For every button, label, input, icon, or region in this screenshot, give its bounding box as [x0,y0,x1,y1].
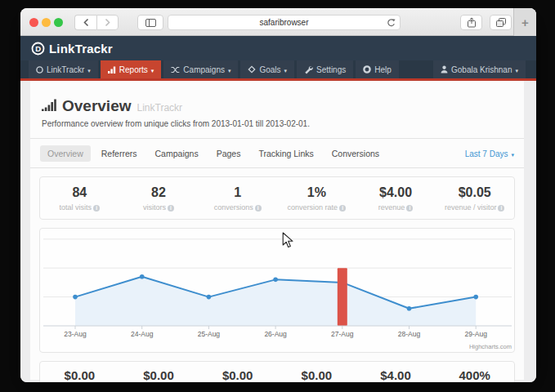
tabs-overview-icon [496,18,506,27]
nav-item-goals[interactable]: Goals ▾ [240,60,294,78]
stat-value: 1 [198,185,277,200]
svg-text:23-Aug: 23-Aug [64,330,87,338]
stat-revenue-per-visitor: $0.05 revenue / visitori [435,185,514,212]
share-button[interactable] [460,15,482,30]
stat-label: visitors [143,203,166,212]
caret-down-icon: ▾ [228,68,231,74]
caret-down-icon: ▾ [515,68,518,74]
stat-value: 82 [119,185,199,200]
stat-label: revenue [378,203,405,212]
nav-label: Goals [259,65,280,74]
goal-diamond-icon [248,65,256,74]
nav-label: Settings [316,65,346,74]
tab-pages[interactable]: Pages [209,145,248,162]
nav-label: Help [374,65,392,74]
stat-total-visits: 84 total visitsi [40,185,119,212]
svg-text:27-Aug: 27-Aug [331,330,354,338]
nav-item-help[interactable]: Help [356,60,399,78]
reload-icon [387,18,396,28]
sidebar-icon [145,19,156,27]
page-background: Overview LinkTrackr Performance overview… [20,81,536,382]
info-icon[interactable]: i [339,205,346,212]
svg-text:24-Aug: 24-Aug [131,330,154,338]
nav-label: Campaigns [183,65,225,74]
wrench-icon [304,65,313,74]
plus-icon: + [521,16,529,29]
tab-conversions[interactable]: Conversions [324,145,387,162]
stat-label: total visits [60,203,92,212]
stat-value: 1% [277,185,356,200]
linktrackr-mark-icon [36,66,43,74]
overview-chart[interactable]: 23-Aug24-Aug25-Aug26-Aug27-Aug28-Aug29-A… [40,229,515,352]
close-window-button[interactable] [29,18,38,27]
stats-panel-top: 84 total visitsi 82 visitorsi 1 conversi… [39,176,515,220]
url-text: safaribrowser [259,18,308,27]
caret-down-icon: ▾ [151,68,154,74]
reload-button[interactable] [387,18,396,29]
caret-down-icon: ▾ [87,68,91,74]
date-range-selector[interactable]: Last 7 Days ▾ [465,149,514,158]
page-title: Overview [62,97,132,115]
nav-label: LinkTrackr [47,65,84,74]
nav-spacer [401,60,433,78]
forward-button[interactable] [96,15,119,30]
stat-value: $4.00 [356,368,436,382]
stat-conversion-rate: 1% conversion ratei [277,185,356,212]
info-icon[interactable]: i [93,205,100,212]
maximize-window-button[interactable] [54,18,63,27]
forward-icon [104,18,111,27]
svg-text:Highcharts.com: Highcharts.com [469,343,512,350]
tab-referrers[interactable]: Referrers [94,145,145,162]
new-tab-button[interactable]: + [513,8,536,36]
nav-label: Reports [119,65,148,74]
user-icon [441,65,448,74]
date-range-label: Last 7 Days [465,149,508,158]
nav-item-settings[interactable]: Settings [297,60,353,78]
info-icon[interactable]: i [406,205,413,212]
url-bar[interactable]: safaribrowser [168,15,401,30]
info-icon[interactable]: i [498,205,504,212]
minimize-window-button[interactable] [42,18,51,27]
svg-text:26-Aug: 26-Aug [264,330,287,338]
tab-campaigns[interactable]: Campaigns [148,145,206,162]
report-tabs: Overview Referrers Campaigns Pages Track… [30,139,524,167]
nav-item-linktrackr[interactable]: LinkTrackr ▾ [29,60,98,78]
main-nav: LinkTrackr ▾ Reports ▾ Campaigns ▾ Goals [20,60,536,81]
stat-cost-per-visit: $0.00 cost / visiti [119,368,199,382]
stat-value: 84 [40,185,119,200]
stat-label: revenue / visitor [445,203,497,212]
overview-chart-panel: 23-Aug24-Aug25-Aug26-Aug27-Aug28-Aug29-A… [39,228,515,353]
user-menu[interactable]: Gobala Krishnan ▾ [433,60,526,78]
nav-item-campaigns[interactable]: Campaigns ▾ [163,60,238,78]
svg-text:25-Aug: 25-Aug [198,330,221,338]
browser-titlebar: safaribrowser + [20,8,536,36]
back-button[interactable] [74,15,96,30]
page-subtitle: Performance overview from unique clicks … [30,115,524,138]
stat-profit: $4.00 profiti [356,368,436,382]
stats-panel-bottom: $0.00 total costi $0.00 cost / visiti $0… [39,361,515,382]
stat-label: conversion rate [288,203,338,212]
tab-overview[interactable]: Overview [40,145,91,162]
nav-item-reports[interactable]: Reports ▾ [101,60,162,78]
info-icon[interactable]: i [168,205,174,212]
stat-cost-per-day: $0.00 cost / dayi [198,368,277,382]
stat-label: conversions [214,203,253,212]
sidebar-toggle-button[interactable] [137,15,163,30]
overview-bars-icon [42,99,56,111]
stat-value: 400% [435,368,514,382]
app-header: D LinkTrackr [20,36,536,60]
linktrackr-logo-icon: D [31,42,45,56]
page-title-row: Overview LinkTrackr [30,81,524,115]
info-icon[interactable]: i [255,205,262,212]
stat-total-cost: $0.00 total costi [40,368,119,382]
show-tabs-button[interactable] [490,15,512,30]
mouse-cursor-icon [282,232,293,248]
browser-window: safaribrowser + [20,8,536,382]
tab-tracking-links[interactable]: Tracking Links [251,145,320,162]
content-container: Overview LinkTrackr Performance overview… [30,81,524,380]
page-title-suffix: LinkTrackr [137,102,183,114]
divider [30,167,524,168]
stat-value: $0.00 [277,368,356,382]
stat-value: $4.00 [356,185,436,200]
stat-roi: 400% roii [435,368,514,382]
